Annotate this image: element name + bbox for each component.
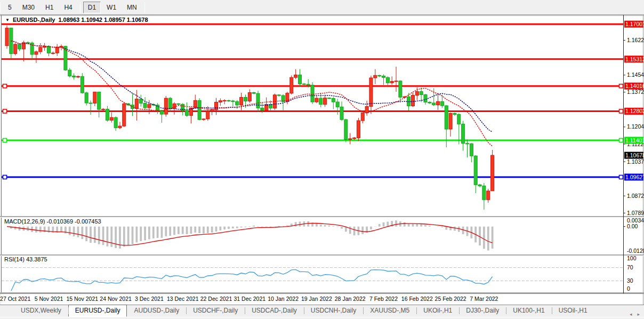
time-label: 7 Mar 2022	[470, 296, 498, 302]
candle-body	[47, 46, 51, 53]
timeframe-button-d1[interactable]: D1	[83, 2, 101, 13]
line-handle-right-1.11401[interactable]	[619, 139, 623, 142]
left-margin	[0, 15, 1, 305]
candle-body	[39, 47, 42, 52]
candle-body	[85, 93, 88, 103]
price-badge-1.14016: 1.14016	[625, 83, 644, 89]
candle-body	[198, 100, 201, 119]
candle-body	[123, 104, 126, 126]
candle-body	[382, 76, 385, 77]
tab-xauusd-m5[interactable]: XAUUSD-,M5	[363, 305, 416, 317]
price-badge-1.12803: 1.12803	[625, 108, 644, 114]
chevron-down-icon[interactable]: ▼	[5, 18, 10, 22]
tab-scroll-right-icon[interactable]: ▸	[637, 312, 640, 317]
candle-body	[223, 100, 226, 101]
candle-body	[395, 81, 398, 82]
rsi-tick-label-70: 70	[627, 264, 633, 270]
candle-body	[68, 70, 71, 76]
candle-body	[148, 105, 151, 108]
time-label: 13 Dec 2021	[167, 296, 199, 302]
candle-body	[206, 111, 210, 119]
status-strip	[0, 317, 644, 319]
candle-body	[420, 92, 423, 95]
chart-canvas[interactable]: 1.162201.145451.137201.120451.112201.103…	[0, 15, 644, 305]
tab-dj30-daily[interactable]: DJ30-,Daily	[459, 305, 506, 317]
candle-body	[139, 99, 142, 103]
price-tick-label: 1.12045	[627, 123, 644, 130]
line-handle-right-1.09627[interactable]	[619, 176, 623, 179]
macd-rsi-divider	[0, 254, 644, 256]
timeframe-button-w1[interactable]: W1	[102, 2, 121, 13]
price-badge-1.15313: 1.15313	[625, 56, 644, 62]
rsi-tick-label-100: 100	[627, 255, 637, 261]
timeframe-button-h4[interactable]: H4	[59, 2, 77, 13]
time-label: 27 Oct 2021	[0, 296, 30, 302]
line-handle-right-1.12803[interactable]	[619, 109, 623, 113]
price-tick-label: 1.07895	[627, 210, 644, 216]
candle-body	[470, 143, 473, 156]
line-handle-left-1.14016[interactable]	[3, 84, 7, 88]
time-label: 22 Dec 2021	[200, 296, 232, 302]
time-label: 5 Nov 2021	[35, 296, 63, 302]
timeframe-button-5[interactable]: 5	[3, 2, 17, 13]
candle-body	[369, 78, 373, 107]
price-tick-label: 1.16220	[627, 37, 644, 43]
candle-body	[332, 98, 335, 102]
candle-body	[340, 107, 343, 119]
candle-body	[227, 100, 230, 101]
line-handle-left-1.12803[interactable]	[3, 109, 7, 113]
candle-body	[173, 104, 176, 109]
tab-audusd-daily[interactable]: AUDUSD-,Daily	[127, 305, 186, 317]
candle-body	[64, 46, 67, 70]
main-macd-divider	[0, 216, 644, 217]
candle-body	[290, 77, 293, 93]
rsi-indicator-label: RSI(14) 43.3875	[4, 256, 47, 262]
time-label: 15 Nov 2021	[67, 296, 99, 302]
candle-body	[76, 76, 79, 77]
candle-body	[252, 93, 255, 94]
candle-body	[432, 103, 436, 105]
candle-body	[110, 117, 113, 120]
candle-body	[386, 77, 389, 83]
timeframe-button-mn[interactable]: MN	[122, 2, 142, 13]
tab-eurusd-daily[interactable]: EURUSD-,Daily	[68, 305, 127, 317]
tab-scroll-left-icon[interactable]: ◂	[630, 312, 632, 317]
rsi-time-divider	[0, 292, 644, 293]
tab-usoil-h1[interactable]: USOil-,H1	[552, 305, 594, 317]
tab-usdx-weekly[interactable]: USDX,Weekly	[14, 305, 68, 317]
candle-body	[440, 101, 444, 106]
candle-body	[411, 95, 414, 106]
tab-usdcnh-daily[interactable]: USDCNH-,Daily	[304, 305, 363, 317]
timeframe-button-m30[interactable]: M30	[18, 2, 39, 13]
candle-body	[357, 121, 360, 138]
candle-body	[18, 44, 21, 49]
time-label: 16 Feb 2022	[401, 296, 433, 302]
ohlc-values: 1.08963 1.10942 1.08957 1.10678	[58, 17, 148, 23]
candle-body	[302, 84, 305, 84]
line-handle-left-1.11401[interactable]	[3, 139, 7, 142]
tab-usdcad-daily[interactable]: USDCAD-,Daily	[245, 305, 304, 317]
candle-body	[98, 92, 101, 109]
price-badge-1.17001: 1.17001	[625, 21, 644, 27]
mt4-window: 5M30H1H4D1W1MN 1.162201.145451.137201.12…	[0, 0, 644, 319]
candle-body	[240, 98, 243, 105]
candle-body	[118, 126, 122, 128]
tab-usdchf-daily[interactable]: USDCHF-,Daily	[186, 305, 245, 317]
candle-body	[390, 82, 393, 83]
candle-body	[26, 43, 29, 43]
timeframe-button-h1[interactable]: H1	[41, 2, 58, 13]
price-badge-1.09627: 1.09627	[625, 174, 644, 180]
line-handle-right-1.14016[interactable]	[619, 84, 623, 88]
candle-body	[365, 107, 368, 113]
price-badge-1.11401: 1.11401	[625, 137, 644, 143]
tab-ukoil-h1[interactable]: UKOil-,H1	[416, 305, 459, 317]
candle-body	[361, 113, 364, 121]
candle-body	[424, 94, 427, 102]
candle-body	[143, 103, 147, 108]
candle-body	[168, 98, 172, 108]
candle-body	[353, 138, 356, 139]
line-handle-left-1.09627[interactable]	[3, 176, 7, 179]
tab-uk100-h1[interactable]: UK100-,H1	[506, 305, 551, 317]
candle-body	[478, 185, 481, 186]
rsi-tick-label-30: 30	[627, 277, 633, 284]
